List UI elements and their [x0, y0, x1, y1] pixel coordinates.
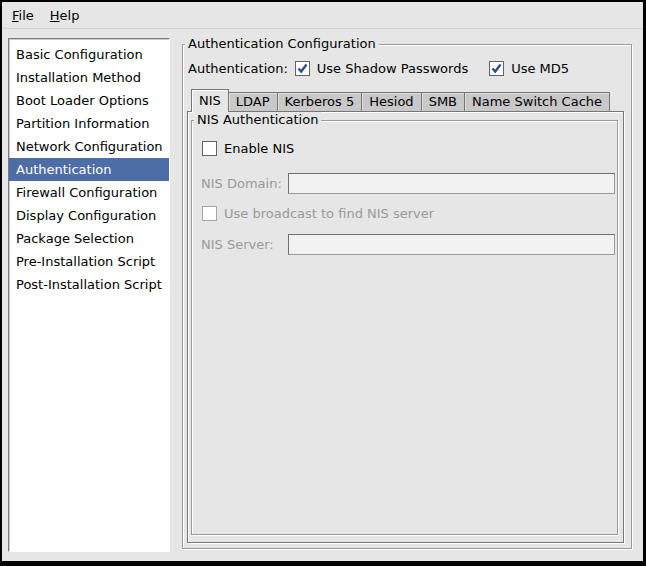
menu-bar: File Help — [2, 2, 643, 29]
frame-title: NIS Authentication — [194, 112, 321, 128]
nis-server-input — [288, 234, 615, 255]
sidebar-item-display-configuration[interactable]: Display Configuration — [9, 204, 169, 227]
tab-strip: NIS LDAP Kerberos 5 Hesiod SMB Name Swit… — [187, 89, 624, 111]
authentication-configuration-frame: Authentication Configuration Authenticat… — [182, 44, 632, 549]
nis-server-row: NIS Server: — [201, 234, 615, 255]
checkbox-unchecked-icon — [202, 206, 217, 221]
authentication-options-row: Authentication: Use Shadow Passwords Use… — [188, 57, 569, 79]
use-broadcast-checkbox: Use broadcast to find NIS server — [202, 206, 434, 221]
nis-domain-row: NIS Domain: — [201, 173, 615, 194]
kickstart-configurator-window: File Help Basic Configuration Installati… — [0, 0, 646, 566]
menu-file[interactable]: File — [4, 2, 42, 28]
tab-name-switch-cache[interactable]: Name Switch Cache — [464, 92, 610, 111]
authentication-notebook: NIS LDAP Kerberos 5 Hesiod SMB Name Swit… — [187, 89, 624, 543]
checkbox-unchecked-icon — [202, 141, 217, 156]
sidebar-item-package-selection[interactable]: Package Selection — [9, 227, 169, 250]
checkbox-label: Use MD5 — [511, 61, 569, 76]
use-shadow-passwords-checkbox[interactable]: Use Shadow Passwords — [295, 61, 468, 76]
tab-ldap[interactable]: LDAP — [228, 92, 278, 111]
sidebar-item-authentication[interactable]: Authentication — [9, 158, 169, 181]
nis-domain-input — [288, 173, 615, 194]
sidebar-item-pre-installation-script[interactable]: Pre-Installation Script — [9, 250, 169, 273]
enable-nis-checkbox[interactable]: Enable NIS — [202, 141, 294, 156]
tab-hesiod[interactable]: Hesiod — [361, 92, 421, 111]
use-md5-checkbox[interactable]: Use MD5 — [489, 61, 569, 76]
sidebar-item-installation-method[interactable]: Installation Method — [9, 66, 169, 89]
sidebar-item-boot-loader-options[interactable]: Boot Loader Options — [9, 89, 169, 112]
checkbox-label: Use Shadow Passwords — [317, 61, 468, 76]
sidebar-item-post-installation-script[interactable]: Post-Installation Script — [9, 273, 169, 296]
sidebar-item-firewall-configuration[interactable]: Firewall Configuration — [9, 181, 169, 204]
tab-kerberos5[interactable]: Kerberos 5 — [277, 92, 363, 111]
checkbox-checked-icon — [489, 61, 504, 76]
checkbox-checked-icon — [295, 61, 310, 76]
sidebar-item-partition-information[interactable]: Partition Information — [9, 112, 169, 135]
section-list: Basic Configuration Installation Method … — [8, 38, 170, 552]
authentication-label: Authentication: — [188, 61, 288, 76]
nis-server-label: NIS Server: — [201, 237, 288, 252]
nis-tab-page: NIS Authentication Enable NIS NIS Domain… — [187, 111, 624, 543]
checkbox-label: Use broadcast to find NIS server — [224, 206, 434, 221]
menu-help[interactable]: Help — [42, 2, 88, 28]
tab-smb[interactable]: SMB — [421, 92, 465, 111]
sidebar-item-basic-configuration[interactable]: Basic Configuration — [9, 43, 169, 66]
checkbox-label: Enable NIS — [224, 141, 294, 156]
frame-title: Authentication Configuration — [185, 36, 379, 52]
nis-domain-label: NIS Domain: — [201, 176, 288, 191]
tab-nis[interactable]: NIS — [191, 89, 229, 112]
sidebar-item-network-configuration[interactable]: Network Configuration — [9, 135, 169, 158]
nis-authentication-frame: NIS Authentication Enable NIS NIS Domain… — [191, 120, 618, 535]
